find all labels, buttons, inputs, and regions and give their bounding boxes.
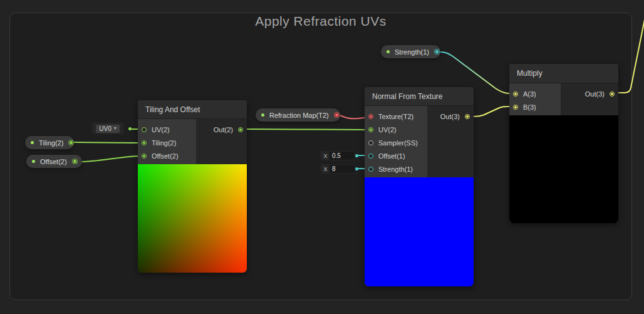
strength-property-output-port-icon[interactable] [434,49,440,55]
offset-input-port-icon[interactable] [368,154,373,159]
chevron-down-icon: ▾ [114,126,117,131]
input-row-tiling: Tiling(2) [138,136,247,149]
strength-input-port-icon[interactable] [368,167,373,172]
input-row-offset: Offset(1) [365,149,474,162]
offset-default-input[interactable]: 0.5 [330,152,355,160]
uv-default-connector-dot [128,127,132,130]
node-title: Normal From Texture [372,92,442,101]
property-node-refraction-map[interactable]: Refraction Map(T2) [256,108,340,122]
property-label: Strength(1) [395,48,429,56]
offset-default-field: X 0.5 [321,151,355,160]
property-dot-icon [31,141,34,144]
strength-default-connector-dot [355,167,358,170]
tiling-input-port-icon[interactable] [142,140,147,145]
shader-graph-canvas[interactable]: Apply Refraction UVs Tiling(2) Offset(2)… [0,0,644,314]
node-multiply[interactable]: Multiply A(3) B(3) Out(3) [509,64,618,223]
sampler-input-port-icon[interactable] [368,140,373,145]
node-normal-from-texture[interactable]: Normal From Texture Texture(T2) UV(2) Sa… [365,87,474,286]
uv-input-port-icon[interactable] [368,127,373,132]
offset-default-connector-dot [355,154,358,157]
property-node-tiling[interactable]: Tiling(2) [25,136,74,149]
port-label: B(3) [523,103,536,111]
strength-default-field: X 8 [321,164,355,174]
port-label: A(3) [523,90,536,98]
group-title: Apply Refraction UVs [9,14,632,29]
node-header[interactable]: Tiling And Offset [138,100,247,119]
property-label: Tiling(2) [39,139,63,147]
input-row-strength: Strength(1) [365,162,474,175]
node-title: Multiply [517,69,543,78]
offset-property-output-port-icon[interactable] [72,159,78,164]
output-row-out: Out(3) [585,87,618,100]
node-tiling-and-offset[interactable]: Tiling And Offset UV(2) Tiling(2) Offset… [138,100,247,273]
property-label: Refraction Map(T2) [269,112,329,119]
port-label: Sampler(SS) [378,139,418,147]
texture-input-port-icon[interactable] [368,114,373,119]
output-row-out: Out(2) [214,123,247,136]
node-title: Tiling And Offset [145,105,200,114]
node-header[interactable]: Multiply [509,64,618,83]
uv-input-port-icon[interactable] [142,127,147,132]
out-output-port-icon[interactable] [238,127,243,132]
strength-default-input[interactable]: 8 [330,165,355,173]
port-label: Offset(1) [378,152,405,160]
node-preview [138,164,247,273]
property-node-strength[interactable]: Strength(1) [381,45,440,58]
a-input-port-icon[interactable] [513,92,518,97]
node-preview [509,115,618,223]
property-label: Offset(2) [40,158,67,165]
port-label: Out(3) [585,90,605,98]
port-label: Offset(2) [152,152,179,160]
out-output-port-icon[interactable] [610,92,615,97]
out-output-port-icon[interactable] [465,114,470,119]
port-label: Tiling(2) [152,139,176,147]
uv-channel-dropdown-wrap: UV0 ▾ [92,123,123,134]
port-label: Texture(T2) [378,113,413,120]
tiling-property-output-port-icon[interactable] [68,140,74,145]
node-preview [365,177,474,286]
port-label: UV(2) [152,126,170,133]
uv-channel-value: UV0 [99,125,111,132]
axis-label: X [321,153,330,159]
port-label: UV(2) [378,126,397,133]
axis-label: X [321,166,330,172]
b-input-port-icon[interactable] [513,105,518,110]
output-row-out: Out(3) [440,110,474,123]
refraction-map-property-output-port-icon[interactable] [334,112,340,118]
input-row-offset: Offset(2) [138,149,247,162]
property-dot-icon [32,160,35,163]
offset-input-port-icon[interactable] [142,154,147,159]
property-dot-icon [387,50,390,53]
input-row-sampler: Sampler(SS) [365,136,474,149]
property-dot-icon [261,113,264,117]
port-label: Out(3) [440,113,460,120]
port-label: Strength(1) [378,165,413,173]
input-row-uv: UV(2) [365,123,474,136]
property-node-offset[interactable]: Offset(2) [26,155,82,168]
node-header[interactable]: Normal From Texture [365,87,474,106]
input-row-b: B(3) [509,100,618,113]
port-label: Out(2) [214,126,233,133]
uv-channel-dropdown[interactable]: UV0 ▾ [96,125,119,133]
